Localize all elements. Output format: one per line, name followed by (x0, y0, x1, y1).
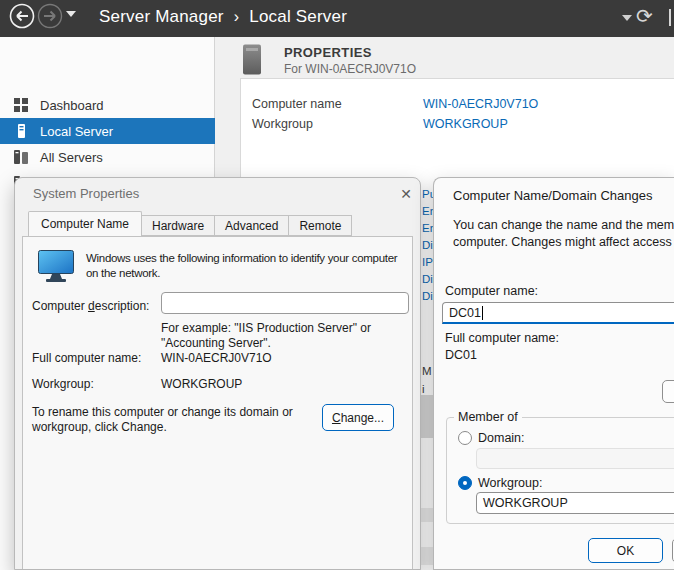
truncated-value: i (422, 383, 425, 395)
body-line1: You can change the name and the membersh… (453, 217, 674, 234)
computer-monitor-icon (38, 250, 74, 283)
sidebar-item-label: Dashboard (40, 98, 104, 113)
workgroup-input[interactable]: WORKGROUP (476, 492, 674, 514)
truncated-value: En (422, 222, 433, 234)
intro-text-line2: on the network. (86, 266, 160, 281)
tab-computer-name[interactable]: Computer Name (28, 211, 142, 236)
workgroup-radio[interactable] (458, 476, 472, 490)
full-computer-name-value: DC01 (445, 348, 477, 362)
tab-advanced[interactable]: Advanced (215, 215, 289, 236)
member-of-label: Member of (454, 410, 522, 424)
domain-input[interactable] (476, 448, 674, 469)
computer-name-input[interactable]: DC01 (442, 302, 674, 324)
truncated-value: M (422, 365, 432, 377)
truncated-value: IP (422, 256, 433, 268)
dialog-body-text: You can change the name and the membersh… (453, 217, 674, 251)
full-computer-name-label: Full computer name: (445, 331, 559, 345)
truncated-value: Di (422, 290, 433, 302)
property-label: Workgroup (252, 117, 313, 131)
server-icon (13, 123, 29, 139)
member-of-groupbox: Member of Domain: Workgroup: WORKGROUP (446, 417, 674, 524)
dialog-title: System Properties (33, 186, 139, 201)
tab-remote[interactable]: Remote (289, 215, 352, 236)
full-computer-name-value: WIN-0AECRJ0V71O (161, 351, 272, 365)
properties-server-icon (242, 44, 262, 75)
truncated-value: Di (422, 239, 433, 251)
computer-description-input[interactable] (161, 292, 409, 314)
background-fragments: Pu En En Di IP Di Di M i (421, 177, 433, 570)
workgroup-value: WORKGROUP (161, 377, 242, 391)
computer-name-tab-page: Windows uses the following information t… (22, 236, 413, 570)
back-arrow-icon (8, 2, 36, 30)
rename-hint-line2: workgroup, click Change. (32, 420, 167, 434)
title-bar: Server Manager›Local Server ⟳ (0, 0, 674, 37)
ok-button[interactable]: OK (588, 538, 663, 563)
body-line2: computer. Changes might affect access to… (453, 234, 674, 251)
rename-hint-line1: To rename this computer or change its do… (32, 405, 293, 419)
truncated-value: Pu (422, 188, 433, 200)
dashboard-icon (13, 97, 29, 113)
nav-dropdown-caret-icon[interactable] (66, 11, 76, 17)
workgroup-label: Workgroup: (32, 377, 94, 391)
workgroup-radio-label[interactable]: Workgroup: (478, 476, 542, 490)
computer-description-label: Computer description: (32, 299, 149, 313)
computer-name-domain-changes-dialog: Computer Name/Domain Changes You can cha… (433, 177, 674, 570)
notifications-flag-icon[interactable] (669, 9, 671, 26)
sidebar-item-label: All Servers (40, 150, 103, 165)
computer-name-link[interactable]: WIN-0AECRJ0V71O (423, 97, 538, 111)
sidebar-item-all-servers[interactable]: All Servers (0, 144, 215, 170)
sidebar-item-local-server[interactable]: Local Server (0, 118, 215, 144)
server-manager-window: Server Manager›Local Server ⟳ Dashboard … (0, 0, 674, 570)
text-cursor (482, 306, 483, 320)
workgroup-link[interactable]: WORKGROUP (423, 117, 508, 131)
forward-arrow-icon (36, 2, 64, 30)
background-block (421, 547, 433, 565)
example-text-line2: "Accounting Server". (161, 336, 271, 350)
panel-subtitle: For WIN-0AECRJ0V71O (284, 62, 416, 76)
computer-name-label: Computer name: (445, 284, 538, 298)
change-button[interactable]: Change... (322, 404, 394, 431)
more-button[interactable] (662, 380, 674, 403)
sidebar-item-dashboard[interactable]: Dashboard (0, 92, 215, 118)
background-block (421, 508, 433, 522)
system-properties-dialog: System Properties ✕ Computer Name Hardwa… (14, 177, 421, 570)
back-button[interactable] (8, 2, 36, 30)
dialog-title: Computer Name/Domain Changes (453, 188, 652, 203)
panel-title: PROPERTIES (284, 45, 372, 60)
breadcrumb: Server Manager›Local Server (99, 7, 347, 27)
example-text-line1: For example: "IIS Production Server" or (161, 321, 371, 335)
truncated-value: En (422, 205, 433, 217)
breadcrumb-root[interactable]: Server Manager (99, 7, 224, 26)
forward-button[interactable] (36, 2, 64, 30)
toolbar-dropdown-caret-icon[interactable] (622, 15, 632, 21)
intro-text-line1: Windows uses the following information t… (86, 251, 397, 266)
sidebar-item-label: Local Server (40, 124, 113, 139)
breadcrumb-separator-icon: › (234, 8, 240, 25)
domain-radio-label[interactable]: Domain: (478, 431, 525, 445)
breadcrumb-current[interactable]: Local Server (249, 7, 347, 26)
servers-icon (13, 149, 29, 165)
background-block (421, 395, 433, 438)
tab-strip: Computer Name Hardware Advanced Remote (28, 213, 352, 236)
refresh-icon[interactable]: ⟳ (636, 4, 653, 28)
tab-hardware[interactable]: Hardware (142, 215, 215, 236)
domain-radio[interactable] (458, 431, 472, 445)
property-label: Computer name (252, 97, 342, 111)
truncated-value: Di (422, 273, 433, 285)
full-computer-name-label: Full computer name: (32, 351, 141, 365)
close-icon[interactable]: ✕ (393, 183, 419, 205)
